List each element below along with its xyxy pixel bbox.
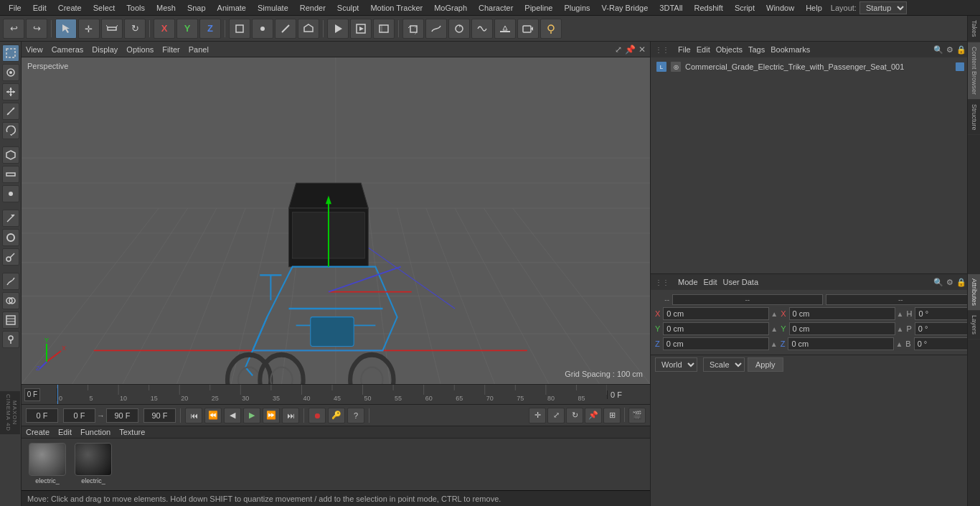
viewport-close-icon[interactable]: ✕ <box>639 44 646 55</box>
takes-tab[interactable]: Takes <box>968 16 980 42</box>
scale-tool-button[interactable] <box>101 19 123 39</box>
texture-tool[interactable] <box>2 311 19 329</box>
structure-tab[interactable]: Structure <box>968 100 980 136</box>
menu-3dtall[interactable]: 3DTAll <box>654 2 688 14</box>
record-button[interactable]: ⏺ <box>308 408 326 423</box>
play-back-button[interactable]: ◀ <box>224 408 241 423</box>
viewport-filter-menu[interactable]: Filter <box>162 45 179 54</box>
grid-button[interactable]: ⊞ <box>603 408 621 423</box>
attr-x-pos-up[interactable]: ▲ <box>771 310 778 318</box>
menu-window[interactable]: Window <box>760 2 800 14</box>
magnet-tool[interactable] <box>2 229 19 246</box>
menu-help[interactable]: Help <box>800 2 828 14</box>
edge-mode-button[interactable] <box>275 19 296 39</box>
obj-tags-menu[interactable]: Tags <box>748 45 765 54</box>
scale-key-button[interactable]: ⤢ <box>547 408 565 423</box>
playback-current-input[interactable] <box>63 408 95 423</box>
scale-tool[interactable] <box>2 103 19 120</box>
menu-sculpt[interactable]: Sculpt <box>331 2 365 14</box>
attr-x2-rot-up[interactable]: ▲ <box>897 310 904 318</box>
go-to-start-button[interactable]: ⏮ <box>185 408 202 423</box>
material-edit-menu[interactable]: Edit <box>58 428 72 436</box>
x-axis-button[interactable]: X <box>154 19 175 39</box>
weight-tool[interactable] <box>2 331 19 348</box>
step-back-button[interactable]: ⏪ <box>204 408 222 423</box>
auto-key-button[interactable]: 🔑 <box>328 408 345 423</box>
obj-edit-menu[interactable]: Edit <box>697 45 710 54</box>
menu-pipeline[interactable]: Pipeline <box>519 2 558 14</box>
move-tool[interactable] <box>2 83 19 100</box>
menu-mograph[interactable]: MoGraph <box>428 2 473 14</box>
material-item-1[interactable]: electric_ <box>72 443 115 486</box>
menu-render[interactable]: Render <box>294 2 331 14</box>
menu-snap[interactable]: Snap <box>182 2 212 14</box>
material-create-menu[interactable]: Create <box>26 428 50 436</box>
viewport-3d[interactable]: Perspective Grid Spacing : 100 cm X Y Z <box>22 57 650 384</box>
menu-tools[interactable]: Tools <box>121 2 151 14</box>
obj-settings-icon[interactable]: ⚙ <box>946 45 953 55</box>
camera-button[interactable] <box>517 19 539 39</box>
attr-user-data-menu[interactable]: User Data <box>723 278 759 286</box>
render-view-button[interactable] <box>373 19 395 39</box>
deformer-button[interactable] <box>471 19 493 39</box>
playback-start-input[interactable]: 0 F <box>26 408 58 423</box>
polygon-mode-button[interactable] <box>298 19 319 39</box>
menu-motion-tracker[interactable]: Motion Tracker <box>364 2 428 14</box>
spline-pen-tool[interactable] <box>2 273 19 290</box>
rotate-tool[interactable] <box>2 122 19 139</box>
attr-settings-icon[interactable]: ⚙ <box>946 278 953 287</box>
rotate-tool-button[interactable]: ↻ <box>124 19 146 39</box>
world-select[interactable]: World <box>655 357 697 372</box>
attr-x2-rot-input[interactable] <box>789 307 895 320</box>
viewport-pin-icon[interactable]: 📌 <box>625 44 636 55</box>
step-forward-button[interactable]: ⏩ <box>263 408 280 423</box>
z-axis-button[interactable]: Z <box>199 19 221 39</box>
new-cube-button[interactable] <box>402 19 424 39</box>
menu-select[interactable]: Select <box>88 2 121 14</box>
select-rect-tool[interactable] <box>2 44 19 62</box>
generator-button[interactable] <box>448 19 470 39</box>
material-texture-menu[interactable]: Texture <box>119 428 145 436</box>
timeline[interactable]: 0 F 0 F <box>22 384 650 404</box>
menu-simulate[interactable]: Simulate <box>252 2 294 14</box>
object-item-trike[interactable]: L ◎ Commercial_Grade_Electric_Trike_with… <box>654 60 977 73</box>
timeline-ruler[interactable] <box>57 385 607 404</box>
attr-edit-menu[interactable]: Edit <box>704 278 717 286</box>
content-browser-tab[interactable]: Content Browser <box>968 42 980 100</box>
polygon-tool[interactable] <box>2 146 19 164</box>
knife-tool[interactable] <box>2 210 19 227</box>
live-selection-tool[interactable] <box>2 64 19 81</box>
edge-tool[interactable] <box>2 166 19 183</box>
layers-tab[interactable]: Layers <box>968 311 980 339</box>
obj-objects-menu[interactable]: Objects <box>716 45 743 54</box>
spline-button[interactable] <box>425 19 447 39</box>
timeline-start-frame[interactable]: 0 F <box>24 388 40 401</box>
obj-search-icon[interactable]: 🔍 <box>933 45 943 55</box>
y-axis-button[interactable]: Y <box>176 19 198 39</box>
menu-script[interactable]: Script <box>729 2 760 14</box>
point-tool[interactable] <box>2 185 19 202</box>
viewport-cameras-menu[interactable]: Cameras <box>52 45 84 54</box>
playback-end-input[interactable] <box>106 408 138 423</box>
viewport-panel-menu[interactable]: Panel <box>189 45 209 54</box>
material-function-menu[interactable]: Function <box>80 428 110 436</box>
menu-file[interactable]: File <box>3 2 27 14</box>
floor-button[interactable] <box>494 19 516 39</box>
attr-mode-menu[interactable]: Mode <box>678 278 698 286</box>
boole-tool[interactable] <box>2 292 19 309</box>
render-settings-button[interactable]: 🎬 <box>628 408 646 423</box>
render-button[interactable] <box>327 19 349 39</box>
move-key-button[interactable]: ✛ <box>529 408 546 423</box>
brush-tool[interactable] <box>2 248 19 266</box>
viewport-options-menu[interactable]: Options <box>126 45 154 54</box>
render-region-button[interactable] <box>350 19 372 39</box>
select-tool-button[interactable] <box>55 19 77 39</box>
obj-file-menu[interactable]: File <box>678 45 691 54</box>
help-button[interactable]: ? <box>347 408 364 423</box>
light-button[interactable] <box>540 19 562 39</box>
attr-search-icon[interactable]: 🔍 <box>933 278 943 287</box>
menu-character[interactable]: Character <box>473 2 519 14</box>
menu-mesh[interactable]: Mesh <box>151 2 182 14</box>
attr-y2-rot-input[interactable] <box>789 322 895 335</box>
attr-lock-icon[interactable]: 🔒 <box>956 278 966 287</box>
